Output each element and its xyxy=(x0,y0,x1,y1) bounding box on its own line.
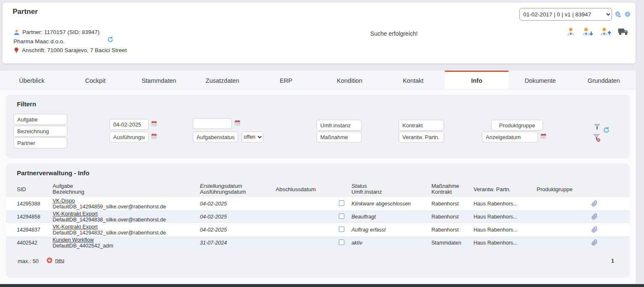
table-row: 14294837 VK-Kontrakt Export DefaultDB_14… xyxy=(6,223,630,236)
exec-date-label-input[interactable] xyxy=(109,132,149,142)
paperclip-icon[interactable] xyxy=(591,226,612,233)
cell-sid: 14294837 xyxy=(17,227,53,233)
tab-cockpit[interactable]: Cockpit xyxy=(64,71,127,89)
truck-icon[interactable] xyxy=(618,27,629,36)
cell-verantw-partn: Haus Rabenhors... xyxy=(474,240,537,246)
cell-massnahme: Rabenhorst xyxy=(431,201,474,207)
filter-icon[interactable] xyxy=(593,123,601,131)
bottom-bar xyxy=(0,284,644,287)
paperclip-icon[interactable] xyxy=(591,240,612,246)
address-line: Anschrift: 71000 Sarajevo, 7 Bacici Stre… xyxy=(22,47,127,53)
max-label: max.: 50 xyxy=(18,258,39,264)
massnahme-filter-input[interactable] xyxy=(317,132,362,142)
aufgabe-filter-input[interactable] xyxy=(13,114,67,125)
aufgabenstatus-filter-input[interactable] xyxy=(193,132,238,142)
cell-massnahme: Rabenhorst xyxy=(431,214,474,220)
aufgabe-link[interactable]: VK-Kontrakt Export xyxy=(53,224,98,230)
person-up-icon[interactable] xyxy=(600,27,612,36)
cell-aufgabe: Kunden Workflow DefaultDB_4402542_adm xyxy=(53,237,200,249)
paperclip-icon[interactable] xyxy=(591,213,612,220)
table-header-row: SID Aufgabe Bezeichnung Erstellungsdatum… xyxy=(6,181,630,197)
add-new-icon[interactable] xyxy=(46,257,53,263)
status-message: Suche erfolgreich! xyxy=(331,30,457,37)
cell-status: Auftrag erfasst xyxy=(351,227,431,233)
disc-icon[interactable] xyxy=(624,11,631,18)
cell-erstellungsdatum: 04-02-2025 xyxy=(200,214,276,220)
col-header-produktgruppe: Produktgruppe xyxy=(537,186,591,192)
exec-date-from-input[interactable] xyxy=(109,119,149,130)
cell-status: aktiv xyxy=(351,240,431,246)
tab-zusatzdaten[interactable]: Zusatzdaten xyxy=(191,71,254,89)
col-header-sid: SID xyxy=(17,186,53,192)
filter-heading: Filtern xyxy=(17,100,36,108)
partner-filter-input[interactable] xyxy=(13,137,67,148)
bezeichnung-filter-input[interactable] xyxy=(13,126,67,137)
history-icon[interactable] xyxy=(615,11,621,18)
partner-line-row: Partner: 1170157 (SID: 83947) xyxy=(13,28,100,37)
col-header-verantw-partn: Verantw. Partn. xyxy=(474,186,537,192)
aufgabenstatus-select[interactable]: offen xyxy=(242,132,263,142)
filter-panel: Filtern offen xyxy=(6,95,630,158)
cell-sid: 14294858 xyxy=(17,214,53,220)
main-content: Filtern offen xyxy=(0,90,636,284)
tab-grunddaten[interactable]: Grunddaten xyxy=(572,71,636,89)
row-checkbox[interactable] xyxy=(339,213,344,219)
aufgabe-link[interactable]: VK-Kontrakt Export xyxy=(53,211,98,217)
filter-clear-icon[interactable] xyxy=(593,133,601,142)
tab-stammdaten[interactable]: Stammdaten xyxy=(127,71,191,89)
kontrakt-filter-input[interactable] xyxy=(399,120,444,131)
tab-info[interactable]: Info xyxy=(445,71,508,89)
cell-bezeichnung: DefaultDB_4402542_adm xyxy=(53,243,200,249)
tab-kontakt[interactable]: Kontakt xyxy=(381,71,445,89)
tab-ueberblick[interactable]: Überblick xyxy=(0,71,64,89)
page-number[interactable]: 1 xyxy=(611,258,614,264)
table-row: 14294858 VK-Kontrakt Export DefaultDB_14… xyxy=(6,210,630,223)
table-row: 4402542 Kunden Workflow DefaultDB_440254… xyxy=(6,236,630,249)
umfr-instanz-filter-input[interactable] xyxy=(317,120,362,131)
address-row: Anschrift: 71000 Sarajevo, 7 Bacici Stre… xyxy=(13,47,127,54)
cell-erstellungsdatum: 04-02-2025 xyxy=(200,201,276,207)
tab-erp[interactable]: ERP xyxy=(254,71,318,89)
cell-aufgabe: VK-Kontrakt Export DefaultDB_14294832_si… xyxy=(53,224,200,236)
aufgabe-link[interactable]: VK-Dispo xyxy=(53,198,75,204)
anzeigedatum-filter-input[interactable] xyxy=(482,132,538,142)
col-header-abschlussdatum: Abschlussdatum xyxy=(276,186,339,192)
col-header-massnahme: Maßnahme Kontrakt xyxy=(431,183,474,195)
table-footer: max.: 50 neu 1 xyxy=(6,255,630,268)
person-icon[interactable] xyxy=(566,27,575,36)
produktgruppe-filter-input[interactable] xyxy=(491,120,543,131)
paperclip-icon[interactable] xyxy=(591,200,612,207)
row-checkbox[interactable] xyxy=(339,226,344,232)
verantw-partn-filter-input[interactable] xyxy=(399,132,444,142)
person-down-icon[interactable] xyxy=(582,27,593,36)
row-checkbox[interactable] xyxy=(339,200,344,206)
location-pin-icon xyxy=(13,47,19,54)
cell-verantw-partn: Haus Rabenhors... xyxy=(474,201,537,207)
cell-aufgabe: VK-Dispo DefaultDB_14294859_silke.over@r… xyxy=(53,198,200,210)
table-body: 14295388 VK-Dispo DefaultDB_14294859_sil… xyxy=(6,197,630,249)
calendar-icon[interactable] xyxy=(151,133,157,139)
refresh-partner-icon[interactable] xyxy=(107,36,114,43)
neu-link[interactable]: neu xyxy=(55,257,64,263)
date2-input[interactable] xyxy=(193,118,232,129)
cell-sid: 14295388 xyxy=(17,201,53,207)
calendar-icon[interactable] xyxy=(151,121,157,126)
refresh-icon[interactable] xyxy=(603,126,610,134)
calendar-icon[interactable] xyxy=(540,133,546,139)
version-select[interactable]: 01-02-2017 | 0 | v1 | 83947 xyxy=(519,8,612,21)
tab-dokumente[interactable]: Dokumente xyxy=(508,71,572,89)
tab-kondition[interactable]: Kondition xyxy=(318,71,381,89)
cell-verantw-partn: Haus Rabenhors... xyxy=(474,227,537,233)
info-table-panel: Partnerverwaltung - Info SID Aufgabe Bez… xyxy=(6,163,630,278)
calendar-icon[interactable] xyxy=(234,120,240,126)
tab-bar: Überblick Cockpit Stammdaten Zusatzdaten… xyxy=(0,71,636,90)
cell-erstellungsdatum: 31-07-2024 xyxy=(200,240,276,246)
cell-status: Beauftragt xyxy=(351,214,431,220)
cell-bezeichnung: DefaultDB_14294832_silke.over@rabenhorst… xyxy=(53,230,200,236)
cell-aufgabe: VK-Kontrakt Export DefaultDB_14294838_si… xyxy=(53,211,200,223)
partner-line: Partner: 1170157 (SID: 83947) xyxy=(22,29,100,35)
aufgabe-link[interactable]: Kunden Workflow xyxy=(53,237,94,243)
row-checkbox[interactable] xyxy=(339,240,344,245)
partner-name: Pharma Maac d.o.o. xyxy=(13,37,100,46)
header-panel: Partner 01-02-2017 | 0 | v1 | 83947 Part… xyxy=(3,3,636,63)
